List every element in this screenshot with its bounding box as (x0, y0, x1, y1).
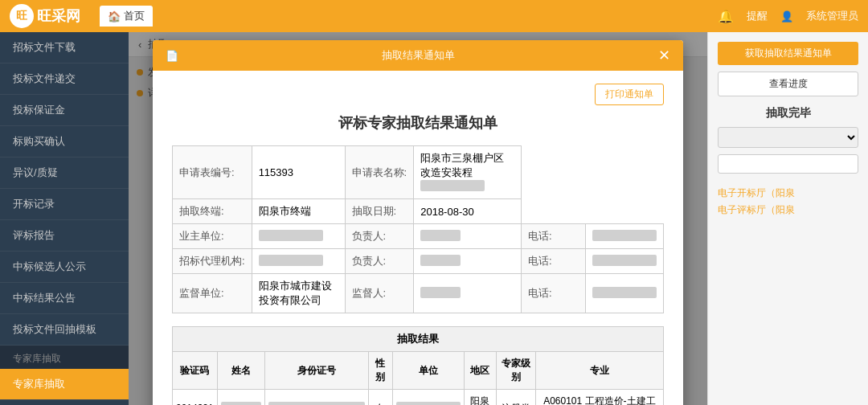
date-label: 抽取日期: (345, 199, 414, 224)
user-icon: 👤 (780, 10, 793, 22)
link-open-bidding[interactable]: 电子开标厅（阳泉 (718, 186, 858, 200)
sidebar-item-bid-confirm[interactable]: 标购买确认 (0, 126, 129, 158)
table-row: 监督单位: 阳泉市城市建设投资有限公司 监督人: 电话: (173, 274, 664, 313)
home-icon: 🏠 (108, 10, 121, 22)
owner-phone-value (585, 224, 663, 249)
blurred-owner-contact (420, 230, 461, 241)
col-name: 姓名 (217, 352, 264, 390)
cell-name (217, 390, 264, 406)
logo-text: 旺采网 (37, 6, 80, 26)
link-eval-hall[interactable]: 电子评标厅（阳泉 (718, 203, 858, 217)
agency-value (252, 249, 345, 274)
owner-label: 业主单位: (173, 224, 252, 249)
info-table: 申请表编号: 115393 申请表名称: 阳泉市三泉棚户区改造安装程 抽取终端:… (172, 145, 664, 313)
cell-level: 注册类 (496, 390, 535, 406)
modal: 📄 抽取结果通知单 ✕ 打印通知单 评标专家抽取结果通知单 申请表编 (153, 40, 683, 405)
col-region: 地区 (465, 352, 497, 390)
home-tab[interactable]: 🏠 首页 (100, 6, 153, 27)
app-no-value: 115393 (252, 146, 345, 199)
agency-contact-value (414, 249, 522, 274)
right-panel-title: 抽取完毕 (718, 106, 858, 121)
supervisor-phone-value (585, 274, 663, 313)
blurred-supervisor-person (420, 287, 461, 298)
sidebar-item-objection[interactable]: 异议/质疑 (0, 158, 129, 189)
supervisor-phone-label: 电话: (521, 274, 585, 313)
owner-contact-value (414, 224, 522, 249)
modal-header-title: 抽取结果通知单 (382, 48, 455, 63)
table-row: 业主单位: 负责人: 电话: (173, 224, 664, 249)
header-right: 🔔 提醒 👤 系统管理员 (718, 9, 858, 24)
sidebar-item-candidates[interactable]: 中标候选人公示 (0, 252, 129, 283)
home-tab-label: 首页 (124, 9, 145, 23)
sidebar-item-eval-report[interactable]: 评标报告 (0, 220, 129, 252)
sidebar-item-bid-deposit[interactable]: 投标保证金 (0, 95, 129, 126)
content-area: ‹ 抽取 发布... 详细... 📄 抽取结果通 (129, 32, 707, 405)
cell-id (264, 390, 368, 406)
cell-code: 9914331 (173, 390, 218, 406)
owner-phone-label: 电话: (521, 224, 585, 249)
right-panel-input[interactable] (718, 154, 858, 174)
supervisor-label: 监督单位: (173, 274, 252, 313)
sidebar-item-expert-draw[interactable]: 专家库抽取 (0, 369, 129, 400)
cell-unit (393, 390, 465, 406)
sidebar: 招标文件下载 投标文件递交 投标保证金 标购买确认 异议/质疑 开标记录 评标报… (0, 32, 129, 405)
blurred-name-1 (221, 402, 261, 406)
sidebar-item-file-template[interactable]: 投标文件回抽模板 (0, 314, 129, 346)
agency-phone-label: 电话: (521, 249, 585, 274)
view-progress-button[interactable]: 查看进度 (718, 72, 858, 96)
modal-close-button[interactable]: ✕ (658, 47, 670, 64)
modal-header: 📄 抽取结果通知单 ✕ (153, 40, 683, 71)
logo: 旺 旺采网 (10, 4, 80, 28)
sidebar-item-win-announce[interactable]: 中标结果公告 (0, 283, 129, 314)
table-row: 招标代理机构: 负责人: 电话: (173, 249, 664, 274)
col-code: 验证码 (173, 352, 218, 390)
terminal-label: 抽取终端: (173, 199, 252, 224)
blurred-agency-contact (420, 255, 461, 266)
app-name-value: 阳泉市三泉棚户区改造安装程 (414, 146, 522, 199)
agency-phone-value (585, 249, 663, 274)
sidebar-section-expert-label: 专家库抽取 (13, 352, 61, 366)
alert-label: 提醒 (747, 9, 768, 23)
bell-icon: 🔔 (718, 9, 734, 24)
modal-overlay: 📄 抽取结果通知单 ✕ 打印通知单 评标专家抽取结果通知单 申请表编 (129, 32, 707, 405)
blurred-owner (259, 230, 323, 241)
result-table-body: 9914331 女 阳泉市 注册类 A060101 工程造价-土建工程-建筑 (173, 390, 664, 406)
user-label: 系统管理员 (806, 9, 858, 23)
right-panel-select[interactable] (718, 127, 858, 148)
col-specialty: 专业 (535, 352, 663, 390)
logo-icon: 旺 (10, 4, 34, 28)
app-no-label: 申请表编号: (173, 146, 252, 199)
sidebar-item-bid-download[interactable]: 招标文件下载 (0, 32, 129, 63)
col-unit: 单位 (393, 352, 465, 390)
owner-value (252, 224, 345, 249)
table-row: 抽取终端: 阳泉市终端 抽取日期: 2018-08-30 (173, 199, 664, 224)
cell-gender: 女 (368, 390, 392, 406)
result-table: 验证码 姓名 身份证号 性别 单位 地区 专家级别 专业 (172, 351, 664, 405)
table-row: 申请表编号: 115393 申请表名称: 阳泉市三泉棚户区改造安装程 (173, 146, 664, 199)
agency-label: 招标代理机构: (173, 249, 252, 274)
get-notice-button[interactable]: 获取抽取结果通知单 (718, 42, 858, 65)
blurred-agency-phone (592, 255, 657, 266)
top-header: 旺 旺采网 🏠 首页 🔔 提醒 👤 系统管理员 (0, 0, 868, 32)
sidebar-item-open-record[interactable]: 开标记录 (0, 189, 129, 220)
owner-contact-label: 负责人: (345, 224, 414, 249)
right-panel-links: 电子开标厅（阳泉 电子评标厅（阳泉 (718, 186, 858, 217)
blurred-supervisor-phone (592, 287, 657, 298)
supervisor-value: 阳泉市城市建设投资有限公司 (252, 274, 345, 313)
col-gender: 性别 (368, 352, 392, 390)
right-panel: 获取抽取结果通知单 查看进度 抽取完毕 电子开标厅（阳泉 电子评标厅（阳泉 (707, 32, 868, 405)
agency-contact-label: 负责人: (345, 249, 414, 274)
col-id: 身份证号 (264, 352, 368, 390)
blurred-id-1 (268, 402, 365, 406)
result-header-row: 验证码 姓名 身份证号 性别 单位 地区 专家级别 专业 (173, 352, 664, 390)
blurred-unit-1 (396, 402, 461, 406)
sidebar-item-bid-submit[interactable]: 投标文件递交 (0, 63, 129, 95)
cell-region: 阳泉市 (465, 390, 497, 406)
date-value: 2018-08-30 (414, 199, 522, 224)
modal-print-bar: 打印通知单 (172, 84, 664, 105)
supervisor-person-value (414, 274, 522, 313)
sidebar-item-expert-objection[interactable]: 异议/质疑 (0, 400, 129, 405)
print-button[interactable]: 打印通知单 (595, 84, 664, 105)
blurred-app-name (420, 180, 485, 191)
table-row: 9914331 女 阳泉市 注册类 A060101 工程造价-土建工程-建筑 (173, 390, 664, 406)
